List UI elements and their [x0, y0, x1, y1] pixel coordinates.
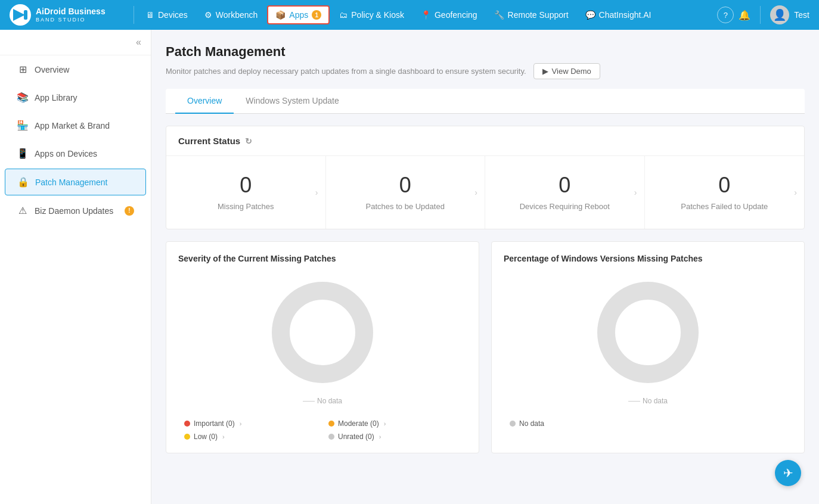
nav-item-workbench[interactable]: ⚙ Workbench	[197, 7, 265, 23]
low-arrow: ›	[222, 433, 225, 440]
nav-item-chatinsight[interactable]: 💬 ChatInsight.AI	[578, 7, 659, 23]
chatinsight-icon: 💬	[585, 10, 595, 20]
top-nav: AiDroid Business Band Studio 🖥 Devices ⚙…	[0, 0, 819, 30]
brand-logo-area: AiDroid Business Band Studio	[10, 4, 117, 26]
unrated-arrow: ›	[379, 433, 381, 440]
sidebar-item-biz-daemon[interactable]: ⚠ Biz Daemon Updates !	[5, 198, 146, 223]
charts-row: Severity of the Current Missing Patches …	[166, 241, 805, 453]
sidebar-label-apps-on-devices: Apps on Devices	[35, 149, 97, 158]
tab-overview[interactable]: Overview	[175, 89, 234, 114]
important-label: Important (0)	[194, 419, 235, 428]
workbench-icon: ⚙	[204, 10, 212, 20]
sidebar-header: «	[0, 30, 151, 55]
nav-label-apps: Apps	[289, 10, 308, 20]
nav-items: 🖥 Devices ⚙ Workbench 📦 Apps 1 🗂 Policy …	[139, 5, 717, 24]
patches-update-label: Patches to be Updated	[366, 201, 445, 212]
main-content: Patch Management Monitor patches and dep…	[151, 30, 819, 504]
sidebar-label-overview: Overview	[35, 65, 69, 74]
tab-overview-label: Overview	[187, 96, 222, 105]
missing-patches-label: Missing Patches	[218, 201, 274, 212]
status-cell-devices-reboot[interactable]: 0 Devices Requiring Reboot ›	[485, 156, 645, 229]
current-status-title: Current Status	[178, 136, 240, 146]
severity-chart-container: No data Important (0) › Moderate (0) ›	[178, 273, 467, 441]
sidebar-item-apps-on-devices[interactable]: 📱 Apps on Devices	[5, 141, 146, 166]
devices-reboot-arrow: ›	[634, 188, 637, 197]
legend-item-no-data[interactable]: No data	[510, 419, 642, 428]
legend-item-moderate[interactable]: Moderate (0) ›	[328, 419, 461, 428]
patch-management-icon: 🔒	[17, 176, 29, 188]
unrated-label: Unrated (0)	[338, 433, 374, 441]
moderate-arrow: ›	[384, 420, 386, 427]
windows-donut-chart	[588, 273, 708, 392]
low-label: Low (0)	[194, 433, 218, 441]
legend-item-low[interactable]: Low (0) ›	[184, 433, 317, 441]
important-dot	[184, 421, 190, 427]
nav-label-chatinsight: ChatInsight.AI	[599, 10, 652, 20]
chat-icon: ✈	[783, 466, 793, 480]
tabs-container: Overview Windows System Update	[166, 89, 805, 114]
sidebar-item-overview[interactable]: ⊞ Overview	[5, 57, 146, 82]
severity-no-data-text: No data	[317, 397, 342, 405]
current-status-card: Current Status ↻ 0 Missing Patches › 0 P…	[166, 126, 805, 229]
nav-label-remote-support: Remote Support	[508, 10, 569, 20]
status-cell-missing-patches[interactable]: 0 Missing Patches ›	[166, 156, 326, 229]
view-demo-button[interactable]: ▶ View Demo	[533, 63, 600, 79]
biz-daemon-icon: ⚠	[17, 205, 29, 216]
windows-no-data-line	[628, 401, 640, 402]
missing-patches-arrow: ›	[315, 188, 318, 197]
apps-on-devices-icon: 📱	[17, 148, 29, 159]
patches-failed-number: 0	[718, 173, 730, 198]
windows-chart-title: Percentage of Windows Versions Missing P…	[504, 254, 792, 263]
patches-update-arrow: ›	[474, 188, 477, 197]
severity-legend: Important (0) › Moderate (0) › Low (0) ›	[178, 419, 467, 441]
svg-marker-0	[13, 9, 25, 21]
user-avatar[interactable]: 👤	[770, 5, 789, 24]
page-description: Monitor patches and deploy necessary pat…	[166, 63, 805, 79]
sidebar-item-patch-management[interactable]: 🔒 Patch Management	[5, 169, 146, 195]
important-arrow: ›	[240, 420, 242, 427]
chat-button[interactable]: ✈	[775, 460, 801, 486]
geofencing-icon: 📍	[421, 10, 431, 20]
nav-label-geofencing: Geofencing	[435, 10, 477, 20]
status-cell-patches-update[interactable]: 0 Patches to be Updated ›	[326, 156, 486, 229]
sidebar-label-app-library: App Library	[35, 93, 77, 102]
nav-item-apps[interactable]: 📦 Apps 1	[267, 5, 330, 24]
legend-item-unrated[interactable]: Unrated (0) ›	[328, 433, 461, 441]
user-divider	[760, 6, 761, 24]
nav-label-policy-kiosk: Policy & Kiosk	[351, 10, 404, 20]
no-data-legend-label: No data	[519, 419, 544, 428]
remote-support-icon: 🔧	[494, 10, 504, 20]
severity-chart-card: Severity of the Current Missing Patches …	[166, 241, 479, 453]
windows-legend: No data	[504, 419, 792, 428]
severity-no-data-label: No data	[303, 397, 342, 405]
main-layout: « ⊞ Overview 📚 App Library 🏪 App Market …	[0, 30, 819, 504]
nav-divider	[134, 6, 134, 24]
windows-no-data-label: No data	[628, 397, 668, 405]
nav-item-devices[interactable]: 🖥 Devices	[139, 7, 195, 23]
patches-failed-label: Patches Failed to Update	[681, 201, 768, 212]
brand-name: AiDroid Business	[36, 7, 106, 17]
brand-logo-icon	[10, 4, 31, 26]
page-title: Patch Management	[166, 44, 805, 60]
sidebar-toggle-button[interactable]: «	[136, 37, 141, 48]
missing-patches-number: 0	[240, 173, 252, 198]
legend-item-important[interactable]: Important (0) ›	[184, 419, 317, 428]
nav-item-geofencing[interactable]: 📍 Geofencing	[414, 7, 485, 23]
sidebar-label-biz-daemon: Biz Daemon Updates	[35, 206, 113, 216]
nav-item-remote-support[interactable]: 🔧 Remote Support	[487, 7, 576, 23]
status-grid: 0 Missing Patches › 0 Patches to be Upda…	[166, 156, 804, 229]
severity-donut-chart	[263, 273, 382, 392]
tab-windows-update[interactable]: Windows System Update	[234, 89, 350, 114]
sidebar-label-app-market: App Market & Brand	[35, 121, 110, 130]
sidebar-item-app-market-brand[interactable]: 🏪 App Market & Brand	[5, 113, 146, 138]
refresh-icon[interactable]: ↻	[245, 136, 252, 146]
moderate-label: Moderate (0)	[338, 419, 379, 428]
windows-chart-container: No data No data	[504, 273, 792, 428]
nav-item-policy-kiosk[interactable]: 🗂 Policy & Kiosk	[332, 7, 411, 23]
alert-button[interactable]: 🔔	[739, 10, 750, 21]
help-button[interactable]: ?	[717, 7, 734, 23]
status-cell-patches-failed[interactable]: 0 Patches Failed to Update ›	[645, 156, 805, 229]
sidebar-item-app-library[interactable]: 📚 App Library	[5, 85, 146, 110]
app-market-icon: 🏪	[17, 120, 29, 131]
devices-icon: 🖥	[146, 10, 154, 20]
